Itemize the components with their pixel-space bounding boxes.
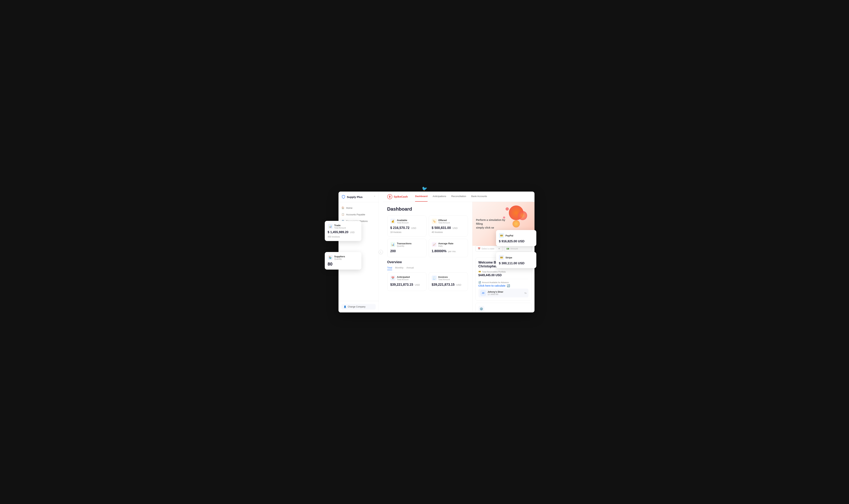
sidebar-item-home[interactable]: 🏠 Home <box>339 204 379 211</box>
stat-card-rate: 📈 Average Rate Daily 1.80000% per mo. <box>429 239 468 257</box>
stat-card-anticipated: 📅 Anticipated Total Amount $39,221,873.1… <box>387 272 427 291</box>
hero-blob-5 <box>503 216 505 219</box>
date-input[interactable]: 📅 Select a date ▼ <box>475 246 503 252</box>
client-id: 12-3456789 . <box>488 293 523 295</box>
overview-stats-row: 📅 Anticipated Total Amount $39,221,873.1… <box>387 272 468 291</box>
company-logo: Supply Plus <box>341 195 363 199</box>
suppliers-icon: 🏪 <box>328 255 333 260</box>
bird-decoration: 🐦 <box>422 186 427 191</box>
tab-dashboard[interactable]: Dashboard <box>415 192 428 202</box>
change-company-icon: 👤 <box>344 305 346 308</box>
date-placeholder: Select a date <box>482 248 494 250</box>
stripe-title: Stripe <box>506 256 512 259</box>
rate-value: 1.80000% per mo. <box>432 249 465 253</box>
stats-row-2: 📊 Transactions Quantity 200 📈 <box>387 239 468 257</box>
suppliers-sublabel: Quantity <box>334 258 345 260</box>
home-icon: 🏠 <box>341 206 344 209</box>
hero-text: Perform a simulation by fillingsimply cl… <box>476 218 509 230</box>
transactions-subtitle: Quantity <box>397 245 412 247</box>
overview-tab-monthly[interactable]: Monthly <box>395 266 403 270</box>
tab-bank-accounts[interactable]: Bank Accounts <box>471 192 487 202</box>
client-avatar: JD <box>480 290 486 296</box>
paypal-title: PayPal <box>506 234 513 237</box>
overview-tabs: Total Monthly Annual <box>387 266 468 270</box>
trade-float-card: 📊 Trade Total Amount $ 1,455,989.20 USD … <box>325 221 361 241</box>
client-row[interactable]: JD Johnny's Diner 12-3456789 . ⇆ <box>478 289 528 298</box>
sidebar-item-accounts-payable-label: Accounts Payable <box>346 213 365 216</box>
paypal-icon: 💳 <box>499 233 504 238</box>
transactions-value: 200 <box>390 249 423 253</box>
trade-count: 450 invoices <box>328 235 359 238</box>
hero-blob-3 <box>512 220 520 228</box>
available-value: $ 216,570.72 USD <box>390 226 423 230</box>
advance-section: 🔄 Amount Available for Advance Click her… <box>478 279 528 287</box>
invoices-title: Invoices <box>438 276 450 278</box>
paypal-amount: $ 916,825.00 USD <box>499 239 534 243</box>
change-company-button[interactable]: 👤 Change Company <box>341 304 376 309</box>
rate-title: Average Rate <box>438 242 453 245</box>
brand-logo: SpikeCash <box>387 194 408 199</box>
stripe-icon: 💳 <box>499 255 504 260</box>
sidebar-footer: 👤 Change Company <box>339 301 379 312</box>
client-name: Johnny's Diner <box>488 291 523 293</box>
available-title: Available <box>397 219 409 221</box>
accounts-payable-icon: 📋 <box>341 213 344 216</box>
tab-reconciliation[interactable]: Reconciliation <box>451 192 466 202</box>
refresh-icon: 🔄 <box>507 284 510 287</box>
overview-tab-annual[interactable]: Annual <box>407 266 414 270</box>
anticipated-value: $39,221,873.15 USD <box>390 283 423 287</box>
receivables-label: 💳 Total Receivables Portfolio <box>478 270 528 273</box>
receivables-icon: 💳 <box>478 270 481 273</box>
offered-title: Offered <box>438 219 450 221</box>
company-icon <box>341 195 345 199</box>
amount-icon: 💵 <box>506 248 509 250</box>
anticipated-title: Anticipated <box>397 276 410 278</box>
invoices-subtitle: Total Amount <box>438 278 450 281</box>
brand-icon <box>387 194 392 199</box>
available-footer: 16 Invoices <box>390 231 423 234</box>
stat-card-invoices: 🧾 Invoices Total Amount $39,221,873.15 U… <box>429 272 468 291</box>
sidebar-item-accounts-payable[interactable]: 📋 Accounts Payable <box>339 211 379 218</box>
stripe-amount: $ 300,111.00 USD <box>499 262 534 265</box>
suppliers-float-card: 🏪 Suppliers Quantity 80 <box>325 252 361 270</box>
sidebar-header: Supply Plus ⌃ <box>339 192 379 202</box>
dashboard-left: Dashboard 💰 Available Total Amount <box>383 202 472 312</box>
invoices-value: $39,221,873.15 USD <box>432 283 465 287</box>
sidebar-item-home-label: Home <box>346 206 353 209</box>
tab-anticipations[interactable]: Anticipations <box>433 192 446 202</box>
transactions-title: Transactions <box>397 242 412 245</box>
trade-title: Trade <box>334 224 346 227</box>
brand-name: SpikeCash <box>394 195 408 198</box>
invoices-icon: 🧾 <box>432 275 437 281</box>
trade-sublabel: Total Amount <box>334 227 346 229</box>
top-nav: SpikeCash Dashboard Anticipations Reconc… <box>383 192 535 202</box>
advance-cta[interactable]: Click here to calculate 🔄 <box>478 284 528 287</box>
overview-tab-total[interactable]: Total <box>387 266 392 270</box>
amount-input[interactable]: 💵 Amount <box>504 246 531 252</box>
sidebar-collapse-button[interactable]: ‹ <box>379 250 383 254</box>
suppliers-title: Suppliers <box>334 255 345 258</box>
anticipations-card-icon: ⚙️ <box>478 306 484 312</box>
stats-row-1: 💰 Available Total Amount $ 216,570.72 US… <box>387 216 468 237</box>
trade-icon: 📊 <box>328 224 333 229</box>
stat-card-offered: 🏷️ Offered Total Amount $ 500,831.00 USD <box>429 216 468 237</box>
date-chevron-icon: ▼ <box>498 248 500 250</box>
action-cards: ⚙️ Anticipations Monitor all your advanc… <box>475 303 531 312</box>
offered-footer: 40 Invoices <box>432 231 465 234</box>
stripe-float-card: 💳 Stripe $ 300,111.00 USD <box>496 252 536 268</box>
trade-amount: $ 1,455,989.20 USD <box>328 230 359 234</box>
advance-label: 🔄 Amount Available for Advance <box>478 281 528 284</box>
hero-blob-4 <box>506 207 509 211</box>
rate-icon: 📈 <box>432 242 437 247</box>
sidebar-nav: 🏠 Home 📋 Accounts Payable 🏦 Financial In… <box>339 202 379 301</box>
company-chevron[interactable]: ⌃ <box>374 195 376 198</box>
paypal-float-card: 💳 PayPal $ 916,825.00 USD <box>496 230 536 246</box>
overview-section: Overview Total Monthly Annual 📅 <box>387 260 468 291</box>
transactions-icon: 📊 <box>390 242 396 247</box>
hero-blob-2 <box>518 211 527 220</box>
offered-value: $ 500,831.00 USD <box>432 226 465 230</box>
anticipations-card[interactable]: ⚙️ Anticipations Monitor all your advanc… <box>475 303 531 312</box>
receivables-value: $449,445.00 USD <box>478 274 528 277</box>
advance-icon: 🔄 <box>478 281 481 284</box>
client-info: Johnny's Diner 12-3456789 . <box>488 291 523 295</box>
